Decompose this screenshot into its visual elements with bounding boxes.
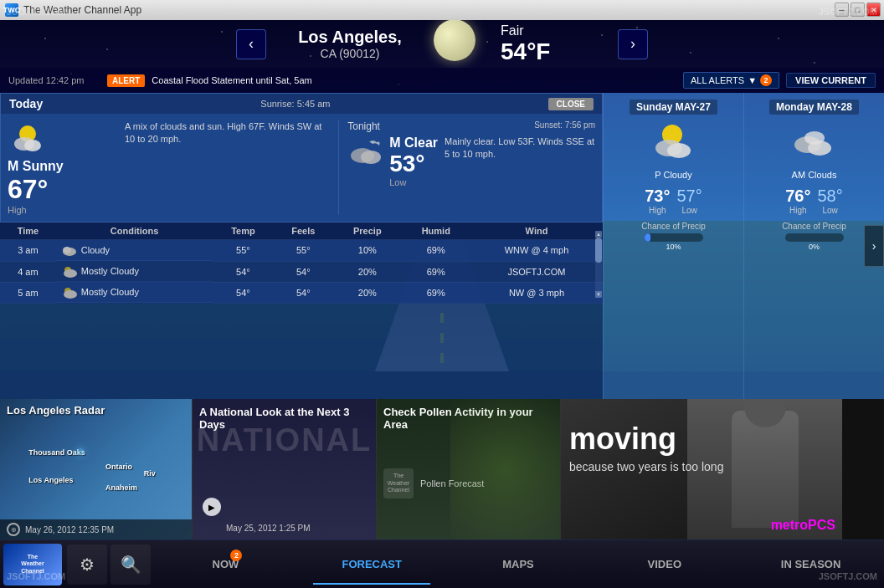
search-icon: 🔍 <box>121 555 141 575</box>
forecast-day-1-low-block: 57° Low <box>677 187 702 215</box>
title-bar: TWC The Weather Channel App ─ □ ✕ <box>0 0 884 20</box>
tab-forecast[interactable]: FORECAST <box>299 545 445 585</box>
forecast-day-1-low-label: Low <box>677 206 702 215</box>
city-riv: Riv <box>144 469 156 478</box>
hourly-row: 5 am Mostly Cloudy 54° 54° 20% 69% NW @ … <box>0 282 603 303</box>
pollen-card[interactable]: Check Pollen Activity in your Area The W… <box>377 399 561 539</box>
tonight-condition: M Clear <box>389 135 438 151</box>
view-current-button[interactable]: VIEW CURRENT <box>786 73 876 88</box>
svg-point-8 <box>64 269 77 278</box>
alert-bar: Updated 12:42 pm ALERT Coastal Flood Sta… <box>0 68 884 93</box>
forecast-day-2-icon <box>789 120 840 166</box>
today-temp: 67° <box>8 174 48 205</box>
forecast-day-2-low-block: 58° Low <box>818 187 843 215</box>
next-forecast-button[interactable]: › <box>864 225 884 267</box>
forecast-day-2-high-block: 76° High <box>785 187 810 215</box>
location-zip: CA (90012) <box>283 47 417 60</box>
today-main: M Sunny 67° High <box>8 120 116 215</box>
tab-video-label: VIDEO <box>648 558 681 570</box>
condition-temp: 54°F <box>501 38 601 65</box>
forecast-day-2-precip-label: Chance of Precip <box>782 222 846 231</box>
hourly-table: Time Conditions Temp Feels Precip Humid … <box>0 222 603 304</box>
moon-icon <box>434 19 484 69</box>
tab-video[interactable]: VIDEO <box>591 545 738 585</box>
bottom-nav: The Weather Channel ⚙ 🔍 NOW 2 FORECAST M… <box>0 539 884 588</box>
cell-wind: WNW @ 4 mph <box>470 240 603 262</box>
forecast-day-2-precip-pct: 0% <box>809 243 820 251</box>
tonight-section: Tonight Sunset: 7:56 pm <box>338 120 595 215</box>
location-name: Los Angeles, <box>283 28 417 47</box>
city-anaheim: Anaheim <box>105 483 137 492</box>
ad-card: moving because two years is too long met… <box>561 399 842 539</box>
today-high-label: High <box>8 205 27 215</box>
tab-in-season[interactable]: IN SEASON <box>738 545 884 585</box>
tab-forecast-label: FORECAST <box>342 558 402 570</box>
today-description: A mix of clouds and sun. High 67F. Winds… <box>125 120 330 215</box>
close-window-button[interactable]: ✕ <box>866 3 881 17</box>
alert-message: Coastal Flood Statement until Sat, 5am <box>152 75 676 85</box>
forecast-day-2-high-label: High <box>785 206 810 215</box>
cell-time: 5 am <box>0 282 56 303</box>
ad-moving-text: moving <box>569 424 723 454</box>
col-time: Time <box>0 222 56 240</box>
national-play-button[interactable]: ▶ <box>203 498 221 516</box>
tonight-weather-icon <box>347 135 383 171</box>
col-conditions: Conditions <box>56 222 213 240</box>
globe-icon: ⊕ <box>7 523 20 536</box>
tab-maps[interactable]: MAPS <box>445 545 592 585</box>
nav-logo[interactable]: The Weather Channel <box>3 544 62 585</box>
window-controls: ─ □ ✕ <box>835 3 881 17</box>
radar-overlay: ⊕ May 26, 2012 12:35 PM <box>0 519 192 539</box>
forecast-day-2: Monday MAY-28 AM Clouds 76° High 58 <box>743 93 884 399</box>
scroll-thumb[interactable] <box>595 238 602 263</box>
forecast-day-1-low: 57° <box>677 187 702 206</box>
col-precip: Precip <box>333 222 401 240</box>
down-arrow-icon: ▼ <box>748 75 757 85</box>
forecast-day-1-high: 73° <box>645 187 670 206</box>
settings-button[interactable]: ⚙ <box>67 545 107 585</box>
sunrise-text: Sunrise: 5:45 am <box>260 99 330 109</box>
all-alerts-button[interactable]: ALL ALERTS ▼ 2 <box>683 72 779 89</box>
main-content: Today Sunrise: 5:45 am CLOSE <box>0 93 884 399</box>
forecast-day-2-temps: 76° High 58° Low <box>785 187 843 215</box>
minimize-button[interactable]: ─ <box>835 3 849 17</box>
forecast-day-1-icon <box>649 120 699 166</box>
national-card[interactable]: A National Look at the Next 3 Days NATIO… <box>193 399 377 539</box>
search-button[interactable]: 🔍 <box>110 545 151 585</box>
cell-precip: 20% <box>333 261 401 282</box>
tonight-header: Tonight Sunset: 7:56 pm <box>347 120 595 132</box>
condition-label: Fair <box>501 23 601 38</box>
cell-condition: Mostly Cloudy <box>56 282 213 303</box>
next-location-button[interactable]: › <box>618 29 648 59</box>
radar-card[interactable]: Los Angeles Radar Thousand Oaks Ontario … <box>0 399 193 539</box>
today-temp-row: 67° <box>8 174 48 205</box>
scroll-up-arrow[interactable]: ▲ <box>595 231 602 238</box>
national-date: May 25, 2012 1:25 PM <box>226 524 311 533</box>
person-silhouette <box>732 411 799 528</box>
tab-maps-label: MAPS <box>502 558 534 570</box>
maximize-button[interactable]: □ <box>851 3 865 17</box>
col-humid: Humid <box>402 222 470 240</box>
cell-condition: Cloudy <box>56 240 213 261</box>
radar-map: Los Angeles Radar Thousand Oaks Ontario … <box>0 399 192 539</box>
scroll-down-arrow[interactable]: ▼ <box>595 291 602 298</box>
svg-point-13 <box>667 143 691 158</box>
today-panel: Today Sunrise: 5:45 am CLOSE <box>0 93 603 222</box>
radar-date: May 26, 2012 12:35 PM <box>25 525 114 534</box>
col-feels: Feels <box>274 222 334 240</box>
today-content: M Sunny 67° High A mix of clouds and sun… <box>1 114 602 222</box>
forecast-day-1-temps: 73° High 57° Low <box>645 187 702 215</box>
ad-text-block: moving because two years is too long <box>561 416 732 483</box>
now-badge: 2 <box>230 550 242 561</box>
tab-now[interactable]: NOW 2 <box>152 545 299 585</box>
close-button[interactable]: CLOSE <box>548 98 594 110</box>
bottom-section: Los Angeles Radar Thousand Oaks Ontario … <box>0 399 884 539</box>
app-container: ‹ Los Angeles, CA (90012) Fair 54°F › Up… <box>0 20 884 588</box>
cell-time: 4 am <box>0 261 56 282</box>
tab-in-season-label: IN SEASON <box>781 558 841 570</box>
today-weather-icon <box>8 120 49 159</box>
scrollbar-track[interactable]: ▲ ▼ <box>595 231 602 298</box>
prev-location-button[interactable]: ‹ <box>236 29 266 59</box>
ad-background: moving because two years is too long met… <box>561 399 842 539</box>
hourly-header-row: Time Conditions Temp Feels Precip Humid … <box>0 222 603 240</box>
